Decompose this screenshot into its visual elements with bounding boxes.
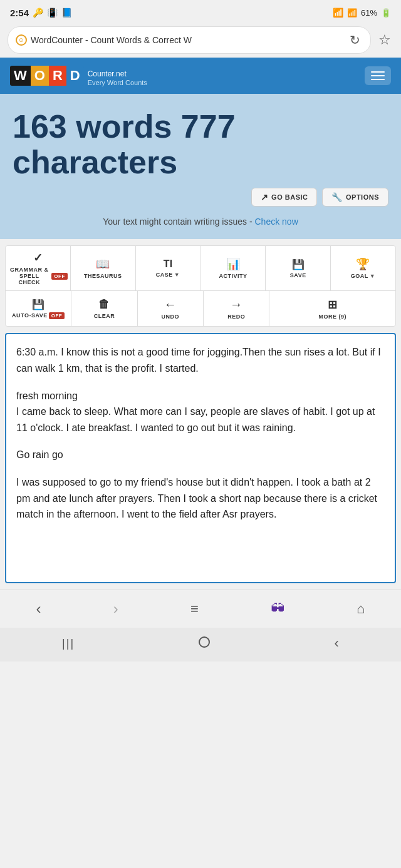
menu-line-2 (371, 75, 385, 76)
redo-label: REDO (227, 314, 245, 320)
signal-icon: 📶 (347, 8, 357, 18)
vibrate-icon: 📳 (47, 8, 58, 18)
save-label: SAVE (290, 272, 306, 278)
browser-menu-button[interactable]: ≡ (183, 597, 206, 621)
home-button[interactable]: ⌂ (349, 597, 372, 621)
goal-label: GOAL ▼ (351, 273, 375, 279)
clear-label: CLEAR (94, 313, 115, 319)
count-line2: characters (13, 145, 388, 180)
case-arrow-icon: ▼ (174, 272, 180, 278)
time-display: 2:54 (10, 8, 29, 18)
autosave-off-badge: OFF (49, 312, 65, 319)
reload-button[interactable]: ↻ (347, 31, 363, 49)
logo-counter-name: Counter.net (88, 65, 147, 79)
autosave-label: AUTO-SAVE OFF (12, 312, 65, 319)
goal-icon: 🏆 (356, 257, 370, 271)
check-now-link[interactable]: Check now (255, 217, 298, 227)
logo-o: O (31, 66, 49, 86)
tabs-button[interactable]: 🕶 (263, 597, 292, 621)
forward-button[interactable]: › (106, 596, 126, 621)
grammar-label: GRAMMAR & SPELL CHECK OFF (8, 267, 68, 285)
logo: W O R D Counter.net Every Word Counts (10, 65, 147, 86)
go-basic-icon: ↗ (261, 192, 269, 202)
toolbar-grammar-spellcheck[interactable]: ✓ GRAMMAR & SPELL CHECK OFF (6, 246, 71, 290)
go-basic-button[interactable]: ↗ GO BASIC (251, 188, 318, 207)
toolbar-row-2: 💾 AUTO-SAVE OFF 🗑 CLEAR ← UNDO → REDO ⊞ … (6, 291, 395, 326)
count-line1: 163 words 777 (13, 109, 388, 145)
undo-label: UNDO (162, 314, 180, 320)
goal-arrow-icon: ▼ (370, 273, 375, 279)
android-home-button[interactable] (186, 634, 222, 653)
autosave-icon: 💾 (32, 299, 44, 310)
menu-line-3 (371, 79, 385, 80)
undo-icon: ← (164, 297, 177, 312)
url-bar[interactable]: ⊙ WordCounter - Count Words & Correct W … (8, 26, 371, 54)
battery-icon: 🔋 (381, 8, 391, 18)
toolbar-undo[interactable]: ← UNDO (138, 291, 204, 326)
grid-icon: ⊞ (328, 298, 337, 312)
paragraph-1: 6:30 a.m. I know this is not a good time… (16, 344, 385, 376)
thesaurus-label: THESAURUS (84, 273, 122, 279)
hamburger-menu-button[interactable] (365, 66, 391, 85)
activity-icon: 📊 (226, 257, 240, 271)
text-editor[interactable]: 6:30 a.m. I know this is not a good time… (5, 333, 396, 583)
paragraph-3: Go rain go (16, 447, 385, 463)
thesaurus-icon: 📖 (96, 257, 110, 271)
checkmark-icon: ✓ (33, 251, 43, 265)
logo-d: D (66, 66, 84, 86)
bookmark-button[interactable]: ☆ (376, 31, 393, 49)
options-label: OPTIONS (346, 193, 379, 201)
toolbar-save[interactable]: 💾 SAVE (266, 246, 331, 290)
status-time: 2:54 🔑 📳 📘 (10, 8, 72, 18)
stats-buttons: ↗ GO BASIC 🔧 OPTIONS (13, 188, 388, 207)
more-label: MORE (9) (318, 314, 346, 320)
toolbar-row-1: ✓ GRAMMAR & SPELL CHECK OFF 📖 THESAURUS … (6, 246, 395, 291)
activity-label: ACTIVITY (219, 273, 247, 279)
toolbar-redo[interactable]: → REDO (204, 291, 269, 326)
logo-w: W (10, 66, 31, 86)
recent-apps-button[interactable]: ||| (49, 635, 87, 653)
writing-issues-text: Your text might contain writing issues -… (13, 212, 388, 229)
status-bar: 2:54 🔑 📳 📘 📶 📶 61% 🔋 (0, 0, 401, 23)
browser-bar: ⊙ WordCounter - Count Words & Correct W … (0, 23, 401, 58)
options-button[interactable]: 🔧 OPTIONS (322, 188, 388, 207)
case-icon: TI (164, 258, 173, 270)
back-button[interactable]: ‹ (29, 596, 49, 621)
android-nav: ||| ‹ (0, 628, 401, 661)
site-icon: ⊙ (16, 34, 27, 46)
toolbar: ✓ GRAMMAR & SPELL CHECK OFF 📖 THESAURUS … (5, 245, 396, 327)
stats-area: 163 words 777 characters ↗ GO BASIC 🔧 OP… (0, 94, 401, 239)
key-icon: 🔑 (33, 8, 43, 18)
logo-counter-text: Counter.net Every Word Counts (88, 65, 147, 86)
book-icon: 📘 (61, 8, 72, 18)
toolbar-case[interactable]: TI CASE ▼ (136, 246, 201, 290)
browser-bottom-nav: ‹ › ≡ 🕶 ⌂ (0, 590, 401, 628)
paragraph-4: I was supposed to go to my friend's hous… (16, 474, 385, 523)
case-label: CASE ▼ (156, 272, 180, 278)
options-icon: 🔧 (331, 192, 343, 202)
toolbar-thesaurus[interactable]: 📖 THESAURUS (71, 246, 136, 290)
url-text: WordCounter - Count Words & Correct W (31, 35, 343, 45)
battery-text: 61% (361, 8, 377, 18)
paragraph-2: fresh morning I came back to sleep. What… (16, 388, 385, 436)
toolbar-goal[interactable]: 🏆 GOAL ▼ (331, 246, 395, 290)
toolbar-clear[interactable]: 🗑 CLEAR (71, 291, 137, 326)
logo-r: R (49, 66, 66, 86)
site-header: W O R D Counter.net Every Word Counts (0, 58, 401, 94)
save-icon: 💾 (292, 258, 305, 270)
toolbar-activity[interactable]: 📊 ACTIVITY (200, 246, 266, 290)
logo-letters: W O R D (10, 66, 84, 86)
toolbar-more[interactable]: ⊞ MORE (9) (269, 291, 395, 326)
wifi-icon: 📶 (333, 8, 343, 18)
menu-line-1 (371, 71, 385, 73)
toolbar-autosave[interactable]: 💾 AUTO-SAVE OFF (6, 291, 71, 326)
logo-tagline: Every Word Counts (88, 79, 147, 86)
redo-icon: → (230, 297, 242, 312)
android-home-icon (199, 636, 210, 648)
status-right: 📶 📶 61% 🔋 (333, 8, 391, 18)
trash-icon: 🗑 (98, 298, 110, 311)
go-basic-label: GO BASIC (271, 193, 308, 201)
word-character-count: 163 words 777 characters (13, 109, 388, 180)
grammar-off-badge: OFF (51, 273, 68, 280)
android-back-button[interactable]: ‹ (322, 633, 352, 654)
